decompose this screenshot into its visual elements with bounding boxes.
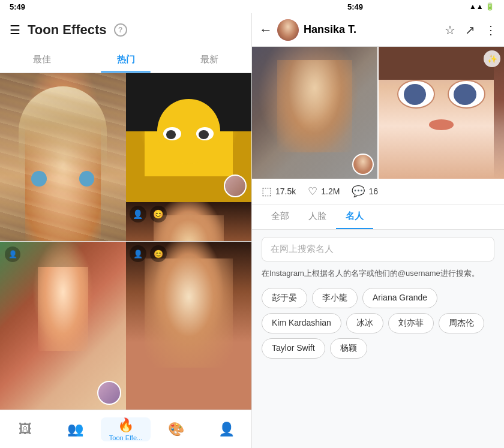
status-icons: ▲▲ 🔋	[469, 2, 494, 11]
header-action-icons: ☆ ↗ ⋮	[445, 23, 497, 37]
star-icon[interactable]: ☆	[445, 23, 455, 37]
nav-style[interactable]: 🎨	[151, 422, 201, 437]
showcase-image-grid: ✨	[252, 47, 504, 179]
celeb-tag-5[interactable]: 刘亦菲	[388, 313, 434, 333]
sub-tab-celebrity[interactable]: 名人	[336, 205, 373, 229]
sub-tabs: 全部 人脸 名人	[252, 205, 504, 230]
stats-row: ⬚ 17.5k ♡ 1.2M 💬 16	[252, 179, 504, 205]
comments-count: 16	[368, 187, 378, 196]
status-time-right: 5:49	[347, 2, 363, 11]
celeb-tag-3[interactable]: Kim Kardashian	[262, 313, 341, 333]
avatar-small-2	[224, 175, 247, 197]
celeb-tag-6[interactable]: 周杰伦	[439, 313, 484, 333]
nav-toon[interactable]: 🔥 Toon Effe...	[101, 417, 151, 441]
celebrity-search-input[interactable]: 在网上搜索名人	[262, 237, 494, 261]
celeb-tag-2[interactable]: Ariana Grande	[362, 288, 437, 308]
stat-likes: ♡ 1.2M	[308, 185, 340, 198]
bottom-nav: 🖼 👥 🔥 Toon Effe... 🎨 👤	[0, 410, 251, 448]
back-button[interactable]: ←	[259, 22, 272, 38]
comment-icon: 💬	[352, 185, 365, 198]
heart-icon: ♡	[308, 185, 317, 198]
nav-gallery[interactable]: 🖼	[0, 422, 50, 437]
app-title: Toon Effects	[28, 22, 107, 38]
celeb-tag-0[interactable]: 彭于晏	[262, 288, 307, 308]
sub-tab-all[interactable]: 全部	[262, 205, 299, 229]
right-header: ← Hansika T. ☆ ↗ ⋮	[252, 13, 504, 47]
sub-tab-face[interactable]: 人脸	[299, 205, 336, 229]
nav-profile[interactable]: 👤	[201, 422, 251, 437]
celebrity-section: 在网上搜索名人 在Instagram上根据名人的名字或他们的@username进…	[252, 230, 504, 448]
share-stat-icon: ⬚	[262, 185, 272, 198]
grid-image-1[interactable]	[0, 73, 126, 241]
hamburger-button[interactable]: ☰	[10, 23, 20, 37]
more-icon[interactable]: ⋮	[485, 23, 497, 37]
profile-avatar	[277, 19, 299, 41]
grid-image-4[interactable]: 👤 😊	[126, 202, 252, 241]
celebrity-tags: 彭于晏 李小龍 Ariana Grande Kim Kardashian 冰冰 …	[262, 288, 494, 359]
likes-count: 1.2M	[321, 187, 340, 196]
grid-image-bottom-left[interactable]: 👤	[0, 242, 126, 410]
toon-badge: ✨	[484, 50, 500, 67]
tab-latest[interactable]: 最新	[167, 47, 251, 73]
search-description: 在Instagram上根据名人的名字或他们的@username进行搜索。	[262, 267, 494, 279]
nav-toon-label: Toon Effe...	[109, 434, 142, 441]
tab-bar: 最佳 热门 最新	[0, 47, 251, 73]
celeb-tag-4[interactable]: 冰冰	[346, 313, 383, 333]
tab-popular[interactable]: 热门	[84, 47, 168, 73]
celeb-tag-7[interactable]: Taylor Swift	[262, 338, 325, 359]
status-time-left: 5:49	[10, 2, 25, 11]
celeb-tag-1[interactable]: 李小龍	[312, 288, 358, 308]
nav-face[interactable]: 👥	[50, 422, 101, 437]
search-placeholder: 在网上搜索名人	[271, 243, 334, 254]
help-icon[interactable]: ?	[114, 23, 127, 37]
grid-image-bottom-right[interactable]: 👤 😊	[126, 242, 252, 410]
stat-comments: 💬 16	[352, 185, 378, 198]
showcase-real-photo[interactable]	[252, 47, 377, 179]
showcase-toon-photo[interactable]: ✨	[379, 47, 504, 179]
celeb-tag-8[interactable]: 杨颖	[330, 338, 367, 359]
tab-best[interactable]: 最佳	[0, 47, 84, 73]
shares-count: 17.5k	[275, 187, 296, 196]
profile-name: Hansika T.	[304, 23, 440, 36]
grid-image-2[interactable]	[126, 73, 252, 202]
share-icon[interactable]: ↗	[465, 23, 475, 37]
stat-shares: ⬚ 17.5k	[262, 185, 296, 198]
image-grid: 👤 😊	[0, 73, 251, 241]
